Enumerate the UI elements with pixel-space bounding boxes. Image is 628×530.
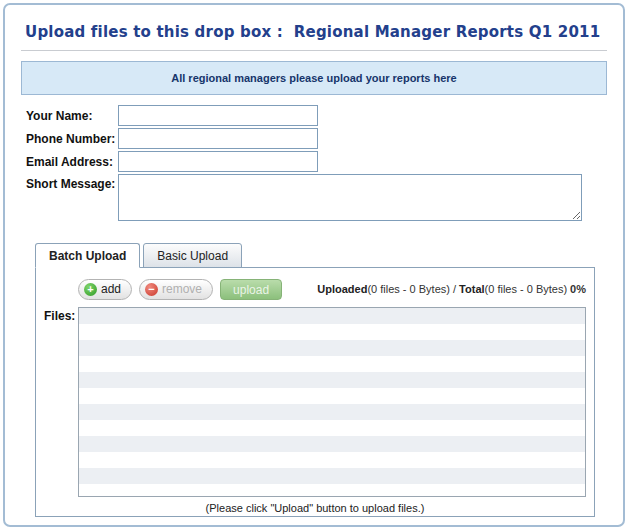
file-list[interactable]	[78, 307, 586, 497]
phone-number-label: Phone Number:	[26, 132, 118, 146]
contact-form: Your Name: Phone Number: Email Address: …	[21, 105, 607, 221]
phone-number-row: Phone Number:	[26, 128, 607, 149]
add-icon: +	[84, 283, 97, 296]
remove-button-label: remove	[162, 282, 202, 296]
stats-separator: /	[450, 283, 459, 295]
upload-tabs: Batch Upload Basic Upload	[35, 243, 607, 268]
page-title: Upload files to this drop box : Regional…	[21, 19, 607, 41]
short-message-label: Short Message:	[26, 174, 118, 191]
divider	[21, 50, 607, 51]
tab-batch-upload[interactable]: Batch Upload	[35, 243, 140, 268]
upload-hint: (Please click "Upload" button to upload …	[44, 502, 586, 514]
add-button-label: add	[101, 282, 121, 296]
upload-stats: Uploaded(0 files - 0 Bytes) / Total(0 fi…	[317, 283, 586, 295]
upload-dropbox-window: Upload files to this drop box : Regional…	[3, 3, 625, 527]
stats-uploaded-value: (0 files - 0 Bytes)	[367, 283, 450, 295]
stats-uploaded-label: Uploaded	[317, 283, 367, 295]
instructions-banner: All regional managers please upload your…	[21, 61, 607, 95]
short-message-textarea[interactable]	[118, 174, 582, 221]
short-message-row: Short Message:	[26, 174, 607, 221]
instructions-text: All regional managers please upload your…	[171, 72, 456, 84]
email-address-row: Email Address:	[26, 151, 607, 172]
upload-button[interactable]: upload	[220, 279, 282, 300]
stats-percent: 0%	[570, 283, 586, 295]
your-name-input[interactable]	[118, 105, 318, 126]
your-name-row: Your Name:	[26, 105, 607, 126]
stats-total-label: Total	[459, 283, 484, 295]
add-button[interactable]: + add	[78, 279, 132, 300]
files-label: Files:	[44, 307, 78, 497]
phone-number-input[interactable]	[118, 128, 318, 149]
email-address-input[interactable]	[118, 151, 318, 172]
upload-toolbar: + add − remove upload Uploaded(0 files -…	[78, 277, 586, 301]
remove-button[interactable]: − remove	[139, 279, 213, 300]
stats-total-value: (0 files - 0 Bytes)	[485, 283, 568, 295]
your-name-label: Your Name:	[26, 109, 118, 123]
email-address-label: Email Address:	[26, 155, 118, 169]
tab-basic-upload[interactable]: Basic Upload	[143, 243, 242, 268]
batch-upload-panel: + add − remove upload Uploaded(0 files -…	[35, 267, 595, 517]
files-row: Files:	[44, 307, 586, 497]
remove-icon: −	[145, 283, 158, 296]
